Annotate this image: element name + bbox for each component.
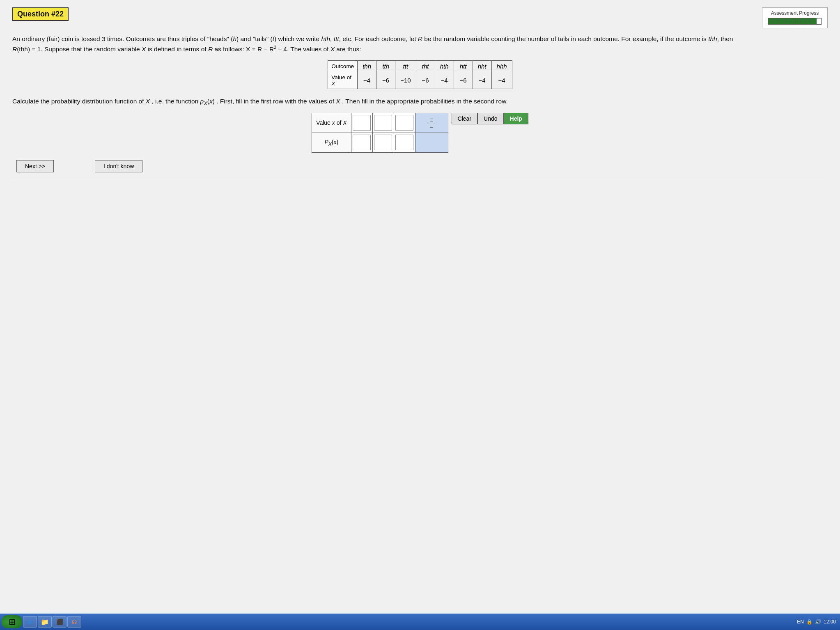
start-button[interactable]: ⊞ [2, 615, 22, 628]
outcome-htt: htt [454, 60, 473, 72]
buttons-row: Clear Undo Help [452, 113, 528, 124]
clear-button[interactable]: Clear [452, 113, 477, 124]
px-input-3[interactable] [394, 133, 415, 152]
taskbar-clock: 12:00 [824, 619, 836, 625]
taskbar-lang: EN [797, 619, 804, 625]
progress-seg-6 [795, 18, 801, 24]
px-label: PX(x) [312, 133, 351, 152]
question-label: Question #22 [12, 7, 69, 21]
answer-table: Value x of X □ □ PX(x) [312, 113, 448, 153]
progress-seg-4 [785, 18, 790, 24]
taskbar-app1-icon[interactable]: ⬛ [53, 616, 67, 628]
value-x-field-3[interactable] [395, 115, 413, 131]
val-thh: −4 [358, 72, 376, 89]
val-tth: −6 [376, 72, 395, 89]
progress-box: Assessment Progress [762, 7, 828, 28]
ie-icon: e [28, 618, 32, 625]
val-htt: −6 [454, 72, 473, 89]
dont-know-button[interactable]: I don't know [95, 160, 142, 172]
progress-seg-3 [779, 18, 785, 24]
val-ttt: −10 [395, 72, 416, 89]
progress-seg-8 [806, 18, 811, 24]
val-hhh: −4 [491, 72, 512, 89]
taskbar-right: EN 🔒 🔊 12:00 [797, 619, 838, 625]
outcome-tth: tth [376, 60, 395, 72]
val-hht: −4 [473, 72, 491, 89]
action-buttons: Clear Undo Help [452, 113, 528, 125]
outcome-hhh: hhh [491, 60, 512, 72]
px-highlighted-cell [415, 133, 448, 152]
outcome-header: Outcome [328, 60, 358, 72]
val-hth: −4 [435, 72, 454, 89]
value-x-input-1[interactable] [351, 113, 372, 133]
main-content: Question #22 Assessment Progress An ordi… [0, 0, 840, 614]
px-input-1[interactable] [351, 133, 372, 152]
fraction-top: □ [428, 117, 434, 123]
px-input-2[interactable] [372, 133, 394, 152]
outcome-thh: thh [358, 60, 376, 72]
outcome-hht: hht [473, 60, 491, 72]
px-field-2[interactable] [374, 135, 392, 150]
value-x-label: Value x of X [312, 113, 351, 133]
problem-text: An ordinary (fair) coin is tossed 3 time… [12, 34, 828, 55]
fraction-display: □ □ [415, 117, 448, 129]
next-button[interactable]: Next >> [16, 160, 54, 172]
outcome-ttt: ttt [395, 60, 416, 72]
fraction-cell: □ □ [415, 113, 448, 133]
divider [12, 180, 828, 180]
value-x-field-1[interactable] [353, 115, 371, 131]
val-tht: −6 [416, 72, 435, 89]
instruction-text: Calculate the probability distribution f… [12, 96, 828, 108]
taskbar-folder-icon[interactable]: 📁 [38, 616, 52, 628]
taskbar-network-icon: 🔒 [806, 619, 812, 625]
value-of-x-label: Value ofX [328, 72, 358, 89]
taskbar-sound-icon: 🔊 [815, 619, 821, 625]
fraction-bottom: □ [428, 123, 434, 129]
outcome-hth: hth [435, 60, 454, 72]
undo-button[interactable]: Undo [477, 113, 503, 124]
progress-seg-9 [811, 18, 817, 24]
outcome-tht: tht [416, 60, 435, 72]
outcome-table-wrapper: Outcome thh tth ttt tht hth htt hht hhh … [12, 60, 828, 89]
value-x-field-2[interactable] [374, 115, 392, 131]
progress-title: Assessment Progress [771, 10, 819, 16]
px-field-3[interactable] [395, 135, 413, 150]
progress-seg-1 [769, 18, 774, 24]
value-x-input-2[interactable] [372, 113, 394, 133]
app1-icon: ⬛ [56, 619, 63, 625]
app2-icon: ☊ [72, 619, 77, 625]
help-button[interactable]: Help [504, 113, 528, 124]
folder-icon: 📁 [41, 618, 49, 626]
taskbar-ie-icon[interactable]: e [23, 616, 37, 628]
navigation-row: Next >> I don't know [12, 160, 828, 172]
outcome-table: Outcome thh tth ttt tht hth htt hht hhh … [328, 60, 512, 89]
progress-bar [768, 18, 822, 25]
progress-seg-5 [790, 18, 795, 24]
px-field-1[interactable] [353, 135, 371, 150]
progress-seg-7 [801, 18, 806, 24]
progress-seg-2 [774, 18, 779, 24]
value-x-input-3[interactable] [394, 113, 415, 133]
taskbar: ⊞ e 📁 ⬛ ☊ EN 🔒 🔊 12:00 [0, 614, 840, 630]
header-row: Question #22 Assessment Progress [12, 7, 828, 28]
taskbar-app2-icon[interactable]: ☊ [67, 616, 81, 628]
answer-section: Value x of X □ □ PX(x) [12, 113, 828, 153]
windows-icon: ⊞ [9, 617, 16, 627]
